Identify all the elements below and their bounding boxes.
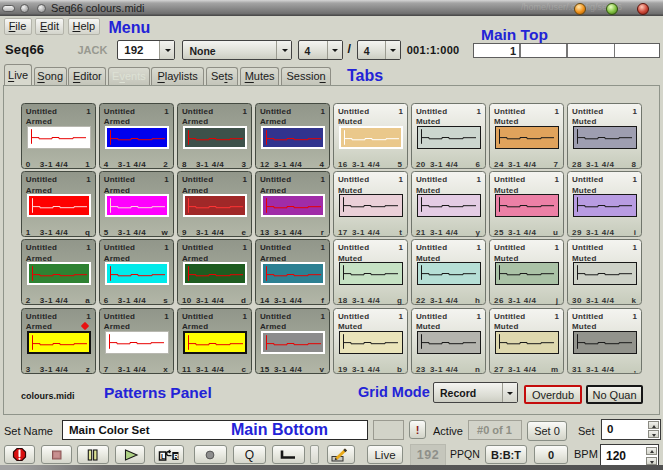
svg-text:R: R [173, 452, 178, 459]
svg-text:L: L [161, 452, 166, 459]
